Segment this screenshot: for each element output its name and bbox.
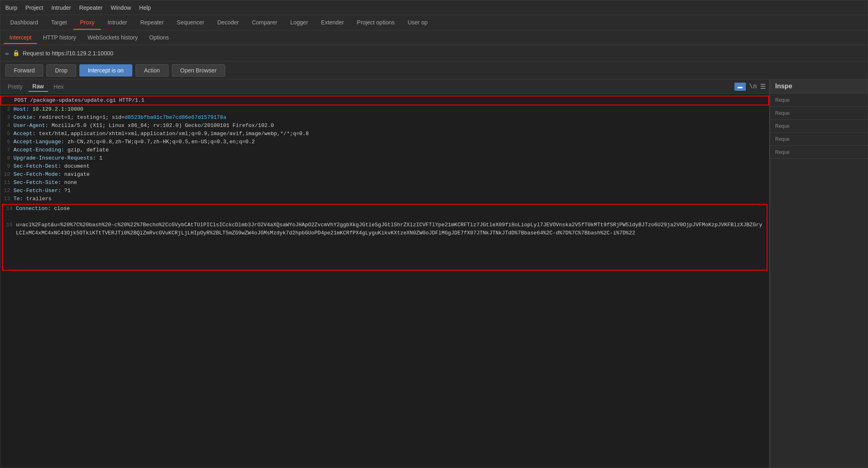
inspector-section-2: Reque [770,107,868,120]
line-content-8: Upgrade-Insecure-Requests: 1 [13,154,769,162]
line-content-10: Sec-Fetch-Mode: navigate [13,171,769,179]
menu-project[interactable]: Project [26,4,44,11]
code-line-12: 12 Sec-Fetch-User: ?1 [0,187,769,195]
line-num-2: 2 [0,105,13,114]
code-line-8: 8 Upgrade-Insecure-Requests: 1 [0,154,769,162]
code-line-13: 13 Te: trailers [0,195,769,203]
menu-help[interactable]: Help [139,4,151,11]
tab-sequencer[interactable]: Sequencer [170,16,211,30]
code-line-2: 2 Host: 10.129.2.1:10000 [0,105,769,114]
lock-icon: 🔒 [13,50,20,57]
code-line-9: 9 Sec-Fetch-Dest: document [0,162,769,171]
line-content-3: Cookie: redirect=1; testing=1; sid=d8523… [13,114,769,122]
line-num-6: 6 [0,138,13,146]
inspector-header: Inspe [770,79,868,94]
inspector-section-3: Reque [770,120,868,133]
edit-icon: ✏ [5,49,9,57]
editor-icons: ▬ \n ☰ [734,83,766,91]
line-num-10: 10 [0,171,13,179]
tab-websockets-history[interactable]: WebSockets history [82,32,143,44]
list-view-button[interactable]: ▬ [734,83,746,91]
editor-tabs: Pretty Raw Hex ▬ \n ☰ [0,79,769,94]
menu-repeater[interactable]: Repeater [79,4,103,11]
intercept-toggle-button[interactable]: Intercept is on [79,64,132,77]
line-content-11: Sec-Fetch-Site: none [13,179,769,187]
line-num-9: 9 [0,162,13,171]
code-line-15 [3,213,767,221]
tab-dashboard[interactable]: Dashboard [4,16,45,30]
request-url: Request to https://10.129.2.1:10000 [23,50,114,57]
code-line-3: 3 Cookie: redirect=1; testing=1; sid=d85… [0,114,769,122]
request-bar: ✏ 🔒 Request to https://10.129.2.1:10000 [0,45,868,61]
line-content-4: User-Agent: Mozilla/5.0 (X11; Linux x86_… [13,122,769,130]
code-line-14: 14 Connection: close [3,205,767,213]
line-num-13: 13 [0,195,13,203]
line-num-11: 11 [0,179,13,187]
line-content-7: Accept-Encoding: gzip, deflate [13,146,769,154]
code-line-1: POST /package-updates/update.cgi HTTP/1.… [0,96,769,105]
open-browser-button[interactable]: Open Browser [172,64,225,77]
tab-intercept[interactable]: Intercept [4,32,37,44]
tab-decoder[interactable]: Decoder [211,16,245,30]
code-editor[interactable]: POST /package-updates/update.cgi HTTP/1.… [0,94,769,468]
line-content-9: Sec-Fetch-Dest: document [13,162,769,171]
menu-bar: Burp Project Intruder Repeater Window He… [0,0,868,15]
line-num-7: 7 [0,146,13,154]
code-line-4: 4 User-Agent: Mozilla/5.0 (X11; Linux x8… [0,122,769,130]
code-line-17 [3,237,767,270]
menu-window[interactable]: Window [111,4,131,11]
line-content-13: Te: trailers [13,195,769,203]
inspector-section-title-2: Reque [775,110,789,116]
forward-button[interactable]: Forward [5,64,43,77]
line-content-16: u=acl%2Fapt&u=%20%7C%20bash%20-c%20%22%7… [16,221,767,237]
code-line-16: 16 u=acl%2Fapt&u=%20%7C%20bash%20-c%20%2… [3,221,767,237]
line-num-5: 5 [0,130,13,138]
code-line-10: 10 Sec-Fetch-Mode: navigate [0,171,769,179]
menu-burp[interactable]: Burp [5,4,18,11]
tab-logger[interactable]: Logger [284,16,315,30]
line-num-8: 8 [0,154,13,162]
inspector-section-title-5: Reque [775,149,789,155]
app-container: Burp Project Intruder Repeater Window He… [0,0,868,468]
tab-repeater[interactable]: Repeater [134,16,170,30]
line-num-16: 16 [3,221,16,229]
tab-proxy[interactable]: Proxy [73,16,101,30]
line-num-12: 12 [0,187,13,195]
wrap-icon[interactable]: ☰ [760,83,766,91]
tab-pretty[interactable]: Pretty [4,82,27,92]
editor-tab-group: Pretty Raw Hex [4,81,68,92]
tab-http-history[interactable]: HTTP history [37,32,81,44]
line-content-6: Accept-Language: zh-CN,zh;q=0.8,zh-TW;q=… [13,138,769,146]
line-content-5: Accept: text/html,application/xhtml+xml,… [13,130,769,138]
top-tab-bar: Dashboard Target Proxy Intruder Repeater… [0,15,868,31]
inspector-section-1: Reque [770,94,868,107]
tab-raw[interactable]: Raw [28,81,48,92]
red-border-section: 14 Connection: close 16 u=acl%2Fapt&u=%2… [2,204,767,271]
tab-user-options[interactable]: User op [401,16,434,30]
inspector-section-title-1: Reque [775,97,789,103]
drop-button[interactable]: Drop [46,64,76,77]
main-content: Pretty Raw Hex ▬ \n ☰ POST /package-upda… [0,79,868,468]
menu-intruder[interactable]: Intruder [51,4,71,11]
tab-intruder[interactable]: Intruder [101,16,134,30]
inspector-section-5: Reque [770,146,868,159]
line-num-1 [1,96,14,105]
line-content-2: Host: 10.129.2.1:10000 [13,105,769,114]
line-content-12: Sec-Fetch-User: ?1 [13,187,769,195]
tab-target[interactable]: Target [45,16,74,30]
line-content-15 [16,213,767,221]
tab-options[interactable]: Options [143,32,174,44]
inspector-section-title-4: Reque [775,136,789,142]
tab-hex[interactable]: Hex [50,82,68,92]
line-num-3: 3 [0,114,13,122]
line-content-1: POST /package-updates/update.cgi HTTP/1.… [14,96,768,105]
tab-comparer[interactable]: Comparer [245,16,284,30]
inspector-section-title-3: Reque [775,123,789,129]
line-content-14: Connection: close [16,205,767,213]
action-button[interactable]: Action [136,64,169,77]
tab-project-options[interactable]: Project options [351,16,401,30]
code-line-6: 6 Accept-Language: zh-CN,zh;q=0.8,zh-TW;… [0,138,769,146]
code-line-5: 5 Accept: text/html,application/xhtml+xm… [0,130,769,138]
tab-extender[interactable]: Extender [315,16,351,30]
line-num-14: 14 [3,205,16,213]
